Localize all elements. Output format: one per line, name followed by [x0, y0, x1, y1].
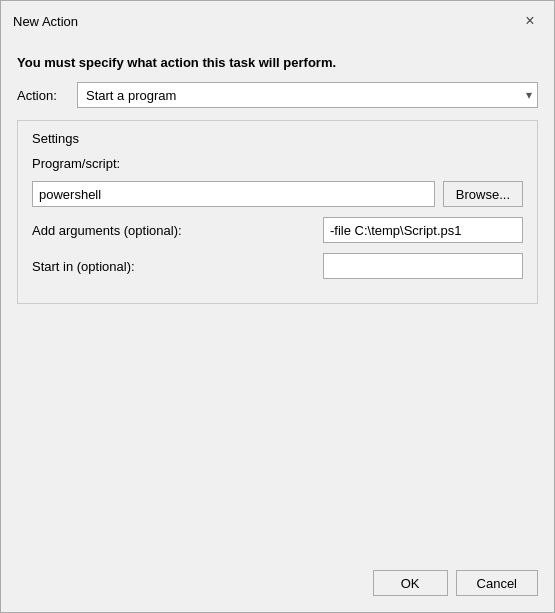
program-script-label: Program/script:	[32, 156, 120, 171]
program-input-row: Browse...	[32, 181, 523, 207]
program-script-input[interactable]	[32, 181, 435, 207]
cancel-button[interactable]: Cancel	[456, 570, 538, 596]
action-row: Action: Start a program Send an e-mail D…	[17, 82, 538, 108]
program-label-row: Program/script:	[32, 156, 523, 171]
start-in-input[interactable]	[323, 253, 523, 279]
action-select-wrapper: Start a program Send an e-mail Display a…	[77, 82, 538, 108]
spacer	[17, 316, 538, 548]
settings-title: Settings	[32, 131, 523, 146]
title-bar: New Action ×	[1, 1, 554, 39]
close-button[interactable]: ×	[518, 9, 542, 33]
action-select[interactable]: Start a program Send an e-mail Display a…	[77, 82, 538, 108]
browse-button[interactable]: Browse...	[443, 181, 523, 207]
add-arguments-label: Add arguments (optional):	[32, 223, 222, 238]
dialog-title: New Action	[13, 14, 78, 29]
settings-group: Settings Program/script: Browse... Add a…	[17, 120, 538, 304]
add-arguments-input[interactable]	[323, 217, 523, 243]
footer: OK Cancel	[1, 560, 554, 612]
ok-button[interactable]: OK	[373, 570, 448, 596]
action-label: Action:	[17, 88, 67, 103]
info-text: You must specify what action this task w…	[17, 55, 538, 70]
add-arguments-row: Add arguments (optional):	[32, 217, 523, 243]
start-in-row: Start in (optional):	[32, 253, 523, 279]
start-in-label: Start in (optional):	[32, 259, 222, 274]
dialog-body: You must specify what action this task w…	[1, 39, 554, 560]
new-action-dialog: New Action × You must specify what actio…	[0, 0, 555, 613]
